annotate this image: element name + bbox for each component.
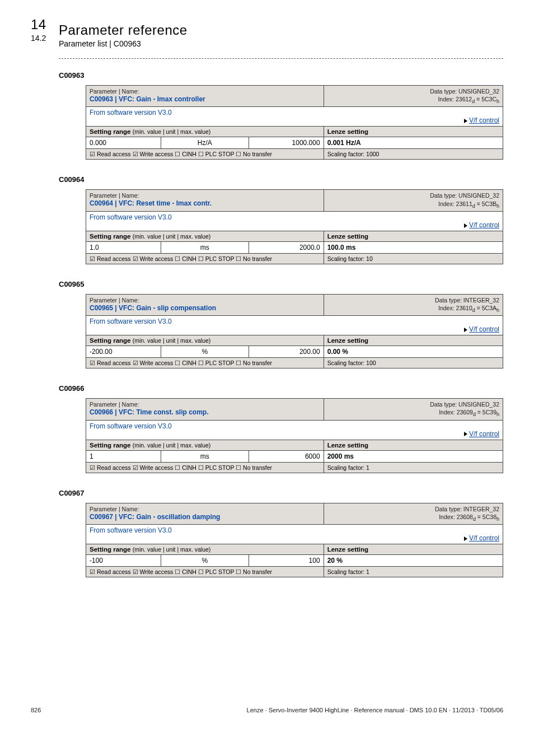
arrow-right-icon: [464, 328, 467, 332]
data-type: Data type: INTEGER_32: [435, 297, 499, 304]
scaling-factor: Scaling factor: 1: [324, 567, 503, 577]
param-name: C00967 | VFC: Gain - oscillation damping: [90, 513, 220, 521]
max-value: 2000.0: [249, 241, 324, 253]
access-flags: ☑ Read access ☑ Write access ☐ CINH ☐ PL…: [86, 149, 324, 160]
arrow-right-icon: [464, 432, 467, 436]
scaling-factor: Scaling factor: 1: [324, 462, 503, 473]
param-label: Parameter | Name:: [90, 192, 139, 199]
lenze-setting-label: Lenze setting: [324, 231, 503, 241]
param-index: Index: 23612d = 5C3Ch: [438, 96, 499, 102]
vf-control-link[interactable]: V/f control: [469, 116, 499, 124]
param-index: Index: 23608d = 5C38h: [439, 514, 499, 520]
divider: [59, 58, 503, 59]
lenze-value: 0.00 %: [324, 346, 503, 358]
software-version: From software version V3.0: [90, 318, 172, 325]
software-version: From software version V3.0: [90, 109, 172, 116]
lenze-value: 0.001 Hz/A: [324, 137, 503, 149]
unit-value: %: [161, 346, 249, 358]
section-code: C00963: [59, 71, 503, 80]
min-value: 1.0: [86, 241, 161, 253]
vf-control-link[interactable]: V/f control: [469, 430, 499, 438]
unit-value: Hz/A: [161, 137, 249, 149]
parameter-table: Parameter | Name: C00965 | VFC: Gain - s…: [86, 294, 503, 368]
param-name: C00965 | VFC: Gain - slip compensation: [90, 304, 216, 312]
setting-range-label: Setting range: [90, 546, 130, 553]
data-type: Data type: INTEGER_32: [435, 506, 499, 512]
parameter-table: Parameter | Name: C00966 | VFC: Time con…: [86, 398, 503, 473]
max-value: 100: [249, 555, 324, 567]
unit-value: ms: [161, 450, 249, 462]
access-flags: ☑ Read access ☑ Write access ☐ CINH ☐ PL…: [86, 358, 324, 368]
vf-control-link[interactable]: V/f control: [469, 221, 499, 229]
page-footer: 826 Lenze · Servo-Inverter 9400 HighLine…: [31, 707, 503, 713]
param-label: Parameter | Name:: [90, 401, 139, 408]
arrow-right-icon: [464, 223, 467, 228]
chapter-number: 14: [31, 17, 46, 32]
section-code: C00967: [59, 489, 503, 497]
min-value: -100: [86, 555, 161, 567]
chapter-title: Parameter reference: [59, 22, 503, 38]
data-type: Data type: UNSIGNED_32: [430, 401, 499, 408]
arrow-right-icon: [464, 536, 467, 541]
min-value: 1: [86, 450, 161, 462]
parameter-table: Parameter | Name: C00963 | VFC: Gain - I…: [86, 85, 503, 160]
unit-value: ms: [161, 241, 249, 253]
software-version: From software version V3.0: [90, 526, 172, 534]
section-number: 14.2: [31, 34, 46, 43]
scaling-factor: Scaling factor: 10: [324, 253, 503, 264]
software-version: From software version V3.0: [90, 213, 172, 221]
software-version: From software version V3.0: [90, 422, 172, 430]
setting-range-sub: (min. value | unit | max. value): [133, 337, 211, 344]
param-label: Parameter | Name:: [90, 88, 139, 95]
lenze-value: 20 %: [324, 555, 503, 567]
setting-range-sub: (min. value | unit | max. value): [133, 546, 211, 553]
param-index: Index: 23609d = 5C39h: [439, 409, 499, 416]
scaling-factor: Scaling factor: 1000: [324, 149, 503, 160]
lenze-value: 100.0 ms: [324, 241, 503, 253]
lenze-value: 2000 ms: [324, 450, 503, 462]
max-value: 6000: [249, 450, 324, 462]
access-flags: ☑ Read access ☑ Write access ☐ CINH ☐ PL…: [86, 462, 324, 473]
setting-range-label: Setting range: [90, 233, 130, 240]
param-name: C00966 | VFC: Time const. slip comp.: [90, 408, 209, 416]
lenze-setting-label: Lenze setting: [324, 127, 503, 137]
parameter-table: Parameter | Name: C00967 | VFC: Gain - o…: [86, 503, 503, 577]
access-flags: ☑ Read access ☑ Write access ☐ CINH ☐ PL…: [86, 567, 324, 577]
vf-control-link[interactable]: V/f control: [469, 534, 499, 542]
setting-range-sub: (min. value | unit | max. value): [133, 233, 211, 240]
param-label: Parameter | Name:: [90, 506, 139, 512]
setting-range-label: Setting range: [90, 442, 130, 449]
unit-value: %: [161, 555, 249, 567]
section-code: C00964: [59, 175, 503, 184]
setting-range-sub: (min. value | unit | max. value): [133, 128, 211, 135]
setting-range-label: Setting range: [90, 128, 130, 135]
min-value: 0.000: [86, 137, 161, 149]
max-value: 1000.000: [249, 137, 324, 149]
section-code: C00966: [59, 384, 503, 393]
lenze-setting-label: Lenze setting: [324, 335, 503, 346]
param-index: Index: 23610d = 5C3Ah: [438, 305, 499, 311]
data-type: Data type: UNSIGNED_32: [430, 88, 499, 95]
scaling-factor: Scaling factor: 100: [324, 358, 503, 368]
param-name: C00963 | VFC: Gain - Imax controller: [90, 95, 205, 103]
setting-range-sub: (min. value | unit | max. value): [133, 442, 211, 449]
footer-text: Lenze · Servo-Inverter 9400 HighLine · R…: [247, 707, 503, 713]
setting-range-label: Setting range: [90, 337, 130, 344]
vf-control-link[interactable]: V/f control: [469, 325, 499, 333]
param-label: Parameter | Name:: [90, 297, 139, 304]
lenze-setting-label: Lenze setting: [324, 544, 503, 555]
page-number: 826: [31, 707, 41, 713]
param-name: C00964 | VFC: Reset time - Imax contr.: [90, 199, 212, 207]
param-index: Index: 23611d = 5C3Bh: [438, 200, 499, 207]
access-flags: ☑ Read access ☑ Write access ☐ CINH ☐ PL…: [86, 253, 324, 264]
lenze-setting-label: Lenze setting: [324, 440, 503, 450]
data-type: Data type: UNSIGNED_32: [430, 192, 499, 199]
max-value: 200.00: [249, 346, 324, 358]
arrow-right-icon: [464, 119, 467, 123]
section-title: Parameter list | C00963: [59, 39, 503, 48]
section-code: C00965: [59, 280, 503, 288]
parameter-table: Parameter | Name: C00964 | VFC: Reset ti…: [86, 189, 503, 264]
min-value: -200.00: [86, 346, 161, 358]
